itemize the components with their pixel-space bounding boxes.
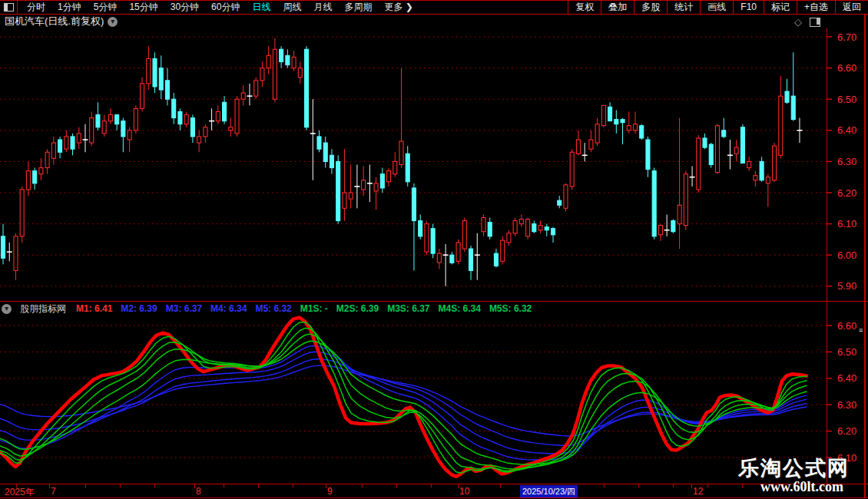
window-icon[interactable] bbox=[810, 18, 820, 27]
period-item-0[interactable]: 分时 bbox=[21, 1, 51, 14]
green-ma-line-2s bbox=[0, 322, 807, 473]
minor-tick bbox=[500, 484, 501, 487]
watermark-site-name: 乐淘公式网 bbox=[738, 454, 850, 482]
indicator-value-6: M2S: 6.39 bbox=[336, 303, 379, 314]
indicator-value-0: M1: 6.41 bbox=[76, 303, 112, 314]
indicator-value-1: M2: 6.39 bbox=[121, 303, 157, 314]
svg-text:6.50: 6.50 bbox=[837, 94, 856, 105]
period-item-5[interactable]: 60分钟 bbox=[205, 1, 246, 14]
indicator-value-8: M4S: 6.34 bbox=[439, 303, 481, 314]
svg-text:5.90: 5.90 bbox=[837, 280, 856, 292]
minor-tick bbox=[673, 484, 674, 487]
action-item-1[interactable]: 叠加 bbox=[601, 1, 634, 14]
svg-text:6.30: 6.30 bbox=[837, 399, 856, 411]
selected-date-badge: 2025/10/23/四 bbox=[520, 485, 578, 498]
period-item-4[interactable]: 30分钟 bbox=[164, 1, 205, 14]
candles-layer bbox=[2, 38, 803, 286]
minor-tick bbox=[604, 484, 605, 487]
right-edge-line[interactable] bbox=[864, 15, 866, 498]
panel-resize-grip[interactable]: ≡ bbox=[859, 329, 863, 332]
period-menu: 分时1分钟5分钟15分钟30分钟60分钟日线周线月线多周期更多 ❯ bbox=[18, 1, 568, 14]
month-tick bbox=[194, 484, 195, 488]
indicator-name: 股朋指标网 bbox=[20, 302, 66, 316]
indicator-value-2: M3: 6.37 bbox=[166, 303, 202, 314]
minor-tick bbox=[120, 484, 121, 487]
indicator-header: ▾ 股朋指标网 M1: 6.41M2: 6.39M3: 6.37M4: 6.34… bbox=[0, 302, 868, 315]
indicator-value-3: M4: 6.34 bbox=[210, 303, 247, 314]
action-item-4[interactable]: 画线 bbox=[700, 1, 733, 14]
indicator-value-7: M3S: 6.37 bbox=[387, 303, 429, 314]
minor-tick bbox=[293, 484, 293, 487]
action-item-7[interactable]: +自选 bbox=[797, 1, 835, 14]
month-label-7: 7 bbox=[51, 486, 56, 497]
svg-text:6.10: 6.10 bbox=[837, 218, 856, 230]
period-item-1[interactable]: 1分钟 bbox=[51, 1, 88, 14]
green-ma-line-3s bbox=[0, 328, 807, 471]
period-item-3[interactable]: 15分钟 bbox=[123, 1, 164, 14]
watermark-url: www.60lt.com bbox=[760, 479, 843, 495]
action-item-5[interactable]: F10 bbox=[733, 1, 764, 14]
svg-text:6.30: 6.30 bbox=[837, 156, 856, 167]
stock-title: 国机汽车(日线.前复权) bbox=[0, 15, 104, 28]
svg-text:6.00: 6.00 bbox=[837, 250, 856, 261]
tdx-app-window: 分时1分钟5分钟15分钟30分钟60分钟日线周线月线多周期更多 ❯ 复权叠加多股… bbox=[0, 0, 868, 499]
action-item-8[interactable]: 返回 bbox=[835, 1, 868, 14]
month-label-9: 9 bbox=[327, 486, 333, 497]
svg-text:6.60: 6.60 bbox=[837, 320, 856, 332]
indicator-value-4: M5: 6.32 bbox=[255, 303, 291, 314]
svg-text:6.50: 6.50 bbox=[837, 346, 856, 358]
action-item-2[interactable]: 多股 bbox=[634, 1, 667, 14]
svg-text:6.70: 6.70 bbox=[837, 31, 856, 43]
month-tick bbox=[691, 484, 692, 488]
toolbar: 分时1分钟5分钟15分钟30分钟60分钟日线周线月线多周期更多 ❯ 复权叠加多股… bbox=[0, 0, 868, 15]
svg-text:6.60: 6.60 bbox=[837, 62, 856, 74]
indicator-value-5: M1S: - bbox=[300, 303, 328, 314]
minor-tick bbox=[16, 484, 17, 487]
minor-tick bbox=[638, 484, 639, 487]
period-item-9[interactable]: 多周期 bbox=[338, 1, 378, 14]
period-item-8[interactable]: 月线 bbox=[307, 1, 338, 14]
blue-ma-line-3 bbox=[0, 352, 807, 454]
minor-tick bbox=[85, 484, 86, 487]
axis-vline bbox=[827, 28, 827, 484]
minor-tick bbox=[742, 484, 743, 487]
svg-text:6.20: 6.20 bbox=[837, 425, 856, 437]
minor-tick bbox=[396, 484, 397, 487]
action-item-6[interactable]: 标记 bbox=[764, 1, 797, 14]
period-item-10[interactable]: 更多 ❯ bbox=[378, 1, 419, 14]
period-item-6[interactable]: 日线 bbox=[246, 1, 277, 14]
action-item-3[interactable]: 统计 bbox=[667, 1, 700, 14]
period-item-2[interactable]: 5分钟 bbox=[88, 1, 124, 14]
month-label-12: 12 bbox=[693, 486, 703, 497]
minor-tick bbox=[224, 484, 224, 487]
chevron-down-circle-icon[interactable]: ▾ bbox=[108, 17, 118, 27]
month-tick bbox=[49, 484, 50, 488]
panel-divider bbox=[0, 301, 868, 302]
diamond-icon[interactable]: ◇ bbox=[794, 16, 802, 28]
month-label-10: 10 bbox=[459, 486, 469, 497]
minor-tick bbox=[431, 484, 432, 487]
minor-tick bbox=[258, 484, 259, 487]
chevron-down-circle-icon[interactable]: ▾ bbox=[2, 304, 12, 314]
minor-tick bbox=[154, 484, 155, 487]
svg-text:6.40: 6.40 bbox=[837, 372, 856, 384]
indicator-values: M1: 6.41M2: 6.39M3: 6.37M4: 6.34M5: 6.32… bbox=[76, 303, 532, 314]
action-item-0[interactable]: 复权 bbox=[568, 1, 601, 14]
bottom-border bbox=[0, 497, 868, 498]
action-menu: 复权叠加多股统计画线F10标记+自选返回 bbox=[568, 1, 868, 14]
month-tick bbox=[326, 484, 326, 488]
main-candlestick-chart[interactable]: 6.706.606.506.406.306.206.106.005.90 bbox=[0, 28, 868, 301]
indicator-value-9: M5S: 6.32 bbox=[489, 303, 532, 314]
title-bar: 国机汽车(日线.前复权) ▾ ◇ bbox=[0, 15, 868, 28]
period-item-7[interactable]: 周线 bbox=[277, 1, 307, 14]
minor-tick bbox=[707, 484, 708, 487]
m1-main-line bbox=[0, 318, 807, 477]
month-label-8: 8 bbox=[196, 486, 201, 497]
svg-text:6.40: 6.40 bbox=[837, 124, 856, 136]
month-tick bbox=[458, 484, 459, 488]
minor-tick bbox=[362, 484, 363, 487]
layout-split-icon[interactable] bbox=[0, 1, 18, 14]
svg-text:6.20: 6.20 bbox=[837, 187, 856, 199]
